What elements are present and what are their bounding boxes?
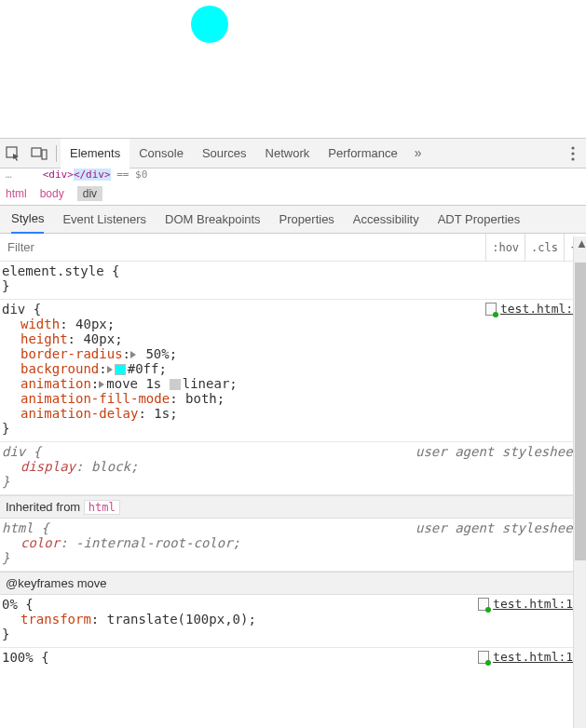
prop-width[interactable]: width: 40px; [0, 317, 586, 331]
inherited-label: Inherited from [6, 500, 84, 514]
expand-icon[interactable] [99, 381, 104, 388]
prop-height[interactable]: height: 40px; [0, 331, 586, 346]
prop-animation-fill-mode[interactable]: animation-fill-mode: both; [0, 391, 586, 406]
svg-point-3 [571, 146, 574, 149]
rule-div-author[interactable]: test.html:3 div { width: 40px; height: 4… [0, 300, 586, 442]
prop-color[interactable]: color: -internal-root-color; [0, 535, 586, 550]
page-preview [0, 0, 586, 138]
file-icon [478, 651, 489, 664]
subtab-event-listeners[interactable]: Event Listeners [62, 206, 146, 234]
kebab-menu-icon[interactable] [560, 141, 586, 167]
rule-element-style[interactable]: element.style { } [0, 262, 586, 300]
rule-html-ua[interactable]: user agent stylesheet html { color: -int… [0, 519, 586, 572]
svg-rect-2 [42, 150, 47, 159]
device-toggle-icon[interactable] [26, 141, 52, 167]
rule-div-ua[interactable]: user agent stylesheet div { display: blo… [0, 442, 586, 495]
filter-row: :hov .cls + [0, 234, 586, 262]
rule-close: } [0, 421, 586, 436]
svg-point-4 [571, 152, 574, 155]
scrollbar-thumb[interactable] [575, 263, 586, 560]
rule-close: } [0, 474, 586, 489]
sidebar-tabs: Styles Event Listeners DOM Breakpoints P… [0, 206, 586, 234]
rule-close: } [0, 278, 586, 293]
easing-icon[interactable] [170, 379, 181, 390]
ua-stylesheet-label: user agent stylesheet [416, 520, 580, 535]
inherited-element[interactable]: html [84, 500, 120, 515]
ua-stylesheet-label: user agent stylesheet [416, 444, 580, 459]
subtab-accessibility[interactable]: Accessibility [353, 206, 419, 234]
rule-keyframe-0[interactable]: test.html:13 0% { transform: translate(1… [0, 595, 586, 648]
inherited-from-row: Inherited from html [0, 495, 586, 519]
subtab-adt-properties[interactable]: ADT Properties [438, 206, 521, 234]
svg-rect-1 [32, 148, 41, 156]
scroll-up-icon[interactable]: ▶ [574, 236, 586, 249]
filter-input[interactable] [0, 235, 485, 261]
rule-close: } [0, 627, 586, 641]
source-link[interactable]: test.html:16 [478, 650, 580, 664]
expand-icon[interactable] [107, 366, 113, 373]
more-tabs-icon[interactable]: » [407, 146, 429, 160]
tab-sources[interactable]: Sources [193, 139, 256, 169]
rule-selector: element.style { [0, 263, 586, 278]
source-link[interactable]: test.html:13 [478, 597, 580, 611]
breadcrumb-div[interactable]: div [77, 186, 102, 201]
svg-point-5 [571, 157, 574, 160]
keyframes-label: @keyframes move [6, 576, 107, 590]
tab-network[interactable]: Network [256, 139, 320, 169]
dom-tree-line[interactable]: … <div></div> == $0 [0, 169, 586, 182]
dom-open-tag: <div> [43, 169, 74, 181]
main-toolbar: Elements Console Sources Network Perform… [0, 139, 586, 169]
devtools-panel: Elements Console Sources Network Perform… [0, 138, 586, 670]
tab-console[interactable]: Console [129, 139, 193, 169]
cls-button[interactable]: .cls [525, 234, 564, 262]
subtab-styles[interactable]: Styles [11, 206, 44, 234]
dom-close-tag: </div> [74, 169, 111, 181]
color-swatch[interactable] [115, 364, 126, 375]
styles-pane: element.style { } test.html:3 div { widt… [0, 262, 586, 670]
prop-display[interactable]: display: block; [0, 459, 586, 474]
source-link[interactable]: test.html:3 [485, 302, 580, 316]
breadcrumb: html body div [0, 182, 586, 206]
rule-close: } [0, 550, 586, 565]
dom-equals: == $0 [111, 169, 148, 181]
prop-animation[interactable]: animation:move 1s linear; [0, 376, 586, 391]
dom-ellipsis: … [6, 169, 12, 181]
toolbar-divider [56, 145, 57, 162]
rule-keyframe-100[interactable]: test.html:16 100% { [0, 648, 586, 670]
prop-border-radius[interactable]: border-radius: 50%; [0, 346, 586, 361]
prop-background[interactable]: background:#0ff; [0, 361, 586, 376]
hov-button[interactable]: :hov [485, 234, 525, 262]
breadcrumb-body[interactable]: body [40, 187, 64, 200]
subtab-properties[interactable]: Properties [279, 206, 334, 234]
expand-icon[interactable] [130, 351, 136, 358]
tab-performance[interactable]: Performance [319, 139, 406, 169]
animated-circle [191, 6, 228, 43]
subtab-dom-breakpoints[interactable]: DOM Breakpoints [165, 206, 261, 234]
scrollbar[interactable]: ▶ [573, 236, 586, 728]
prop-transform[interactable]: transform: translate(100px,0); [0, 612, 586, 627]
prop-animation-delay[interactable]: animation-delay: 1s; [0, 406, 586, 421]
file-icon [485, 303, 497, 316]
keyframes-row: @keyframes move [0, 572, 586, 595]
inspect-icon[interactable] [0, 141, 26, 167]
file-icon [478, 598, 489, 611]
tab-elements[interactable]: Elements [61, 139, 129, 169]
breadcrumb-html[interactable]: html [6, 187, 27, 200]
